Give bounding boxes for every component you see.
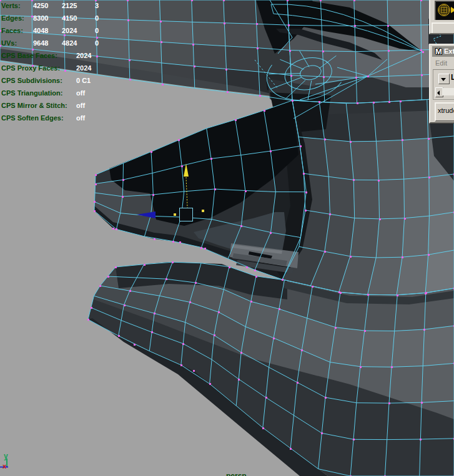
svg-text:x: x	[2, 462, 7, 470]
